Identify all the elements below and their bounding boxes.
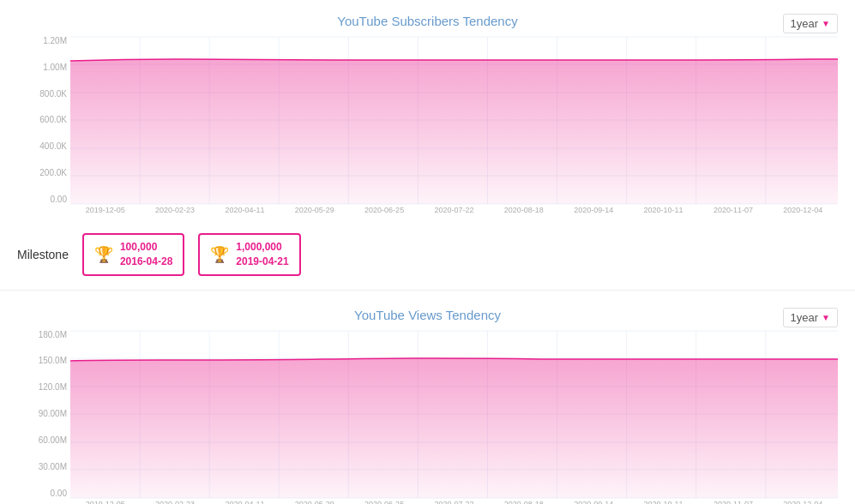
vx-tick-7: 2020-09-14 — [559, 500, 629, 504]
vx-tick-8: 2020-10-11 — [629, 500, 698, 504]
vy-tick-2: 120.0M — [39, 383, 70, 392]
trophy-icon-0: 🏆 — [94, 245, 113, 264]
milestone-badge-1: 🏆 1,000,000 2019-04-21 — [198, 233, 300, 276]
milestone-count-1: 1,000,000 — [236, 240, 288, 255]
x-tick-0: 2019-12-05 — [70, 206, 140, 214]
x-tick-1: 2020-02-23 — [140, 206, 209, 214]
x-tick-6: 2020-08-18 — [489, 206, 558, 214]
milestone-date-1: 2019-04-21 — [236, 255, 288, 269]
vy-tick-3: 90.00M — [39, 410, 70, 418]
y-tick-4: 400.0K — [39, 142, 70, 151]
y-tick-3: 600.0K — [39, 116, 70, 124]
milestone-badge-0: 🏆 100,000 2016-04-28 — [82, 233, 184, 276]
views-x-axis: 2019-12-05 2020-02-23 2020-04-11 2020-05… — [70, 498, 838, 504]
subscribers-chart-svg — [70, 37, 838, 204]
views-chart-inner — [70, 331, 838, 498]
views-section: YouTube Views Tendency 1year ▼ 180.0M 15… — [0, 294, 855, 504]
subscribers-y-axis: 1.20M 1.00M 800.0K 600.0K 400.0K 200.0K … — [17, 37, 70, 204]
views-chart-svg — [70, 331, 838, 498]
vy-tick-5: 30.00M — [39, 463, 70, 471]
views-chart-wrapper: 180.0M 150.0M 120.0M 90.00M 60.00M 30.00… — [17, 331, 838, 498]
vx-tick-5: 2020-07-22 — [419, 500, 489, 504]
vx-tick-3: 2020-05-29 — [280, 500, 349, 504]
vx-tick-6: 2020-08-18 — [489, 500, 558, 504]
y-tick-0: 1.20M — [39, 37, 70, 45]
subscribers-section: YouTube Subscribers Tendency 1year ▼ 1.2… — [0, 0, 855, 223]
x-tick-4: 2020-06-25 — [349, 206, 418, 214]
vx-tick-2: 2020-04-11 — [210, 500, 280, 504]
vx-tick-10: 2020-12-04 — [768, 500, 838, 504]
x-tick-9: 2020-11-07 — [698, 206, 768, 214]
x-tick-7: 2020-09-14 — [559, 206, 629, 214]
views-y-axis: 180.0M 150.0M 120.0M 90.00M 60.00M 30.00… — [17, 331, 70, 498]
vy-tick-4: 60.00M — [39, 436, 70, 445]
vx-tick-9: 2020-11-07 — [698, 500, 768, 504]
x-tick-8: 2020-10-11 — [629, 206, 698, 214]
vy-tick-1: 150.0M — [39, 357, 70, 365]
subscribers-chart-title: YouTube Subscribers Tendency — [17, 14, 838, 28]
y-tick-1: 1.00M — [39, 63, 70, 72]
subscribers-y-labels: 1.20M 1.00M 800.0K 600.0K 400.0K 200.0K … — [39, 37, 70, 204]
views-chart-title: YouTube Views Tendency — [17, 308, 838, 322]
vx-tick-4: 2020-06-25 — [349, 500, 418, 504]
y-tick-6: 0.00 — [39, 195, 70, 204]
milestone-count-0: 100,000 — [120, 240, 172, 255]
x-tick-10: 2020-12-04 — [768, 206, 838, 214]
x-tick-5: 2020-07-22 — [419, 206, 489, 214]
subscribers-period-selector[interactable]: 1year ▼ — [783, 14, 838, 33]
vy-tick-6: 0.00 — [39, 489, 70, 498]
milestone-text-1: 1,000,000 2019-04-21 — [236, 240, 288, 269]
subscribers-x-axis: 2019-12-05 2020-02-23 2020-04-11 2020-05… — [70, 204, 838, 214]
vy-tick-0: 180.0M — [39, 331, 70, 339]
views-period-caret: ▼ — [822, 313, 830, 322]
milestone-text-0: 100,000 2016-04-28 — [120, 240, 172, 269]
vx-tick-0: 2019-12-05 — [70, 500, 140, 504]
trophy-icon-1: 🏆 — [210, 245, 229, 264]
y-tick-5: 200.0K — [39, 169, 70, 177]
milestone-section: Milestone 🏆 100,000 2016-04-28 🏆 1,000,0… — [0, 223, 855, 291]
x-tick-2: 2020-04-11 — [210, 206, 280, 214]
views-period-selector[interactable]: 1year ▼ — [783, 308, 838, 327]
milestone-label: Milestone — [17, 248, 69, 261]
milestone-date-0: 2016-04-28 — [120, 255, 172, 269]
y-tick-2: 800.0K — [39, 90, 70, 99]
subscribers-period-value: 1year — [791, 17, 819, 30]
vx-tick-1: 2020-02-23 — [140, 500, 209, 504]
x-tick-3: 2020-05-29 — [280, 206, 349, 214]
views-y-labels: 180.0M 150.0M 120.0M 90.00M 60.00M 30.00… — [39, 331, 70, 498]
subscribers-chart-wrapper: 1.20M 1.00M 800.0K 600.0K 400.0K 200.0K … — [17, 37, 838, 204]
views-period-value: 1year — [791, 311, 819, 324]
subscribers-period-caret: ▼ — [822, 19, 830, 28]
subscribers-chart-inner — [70, 37, 838, 204]
